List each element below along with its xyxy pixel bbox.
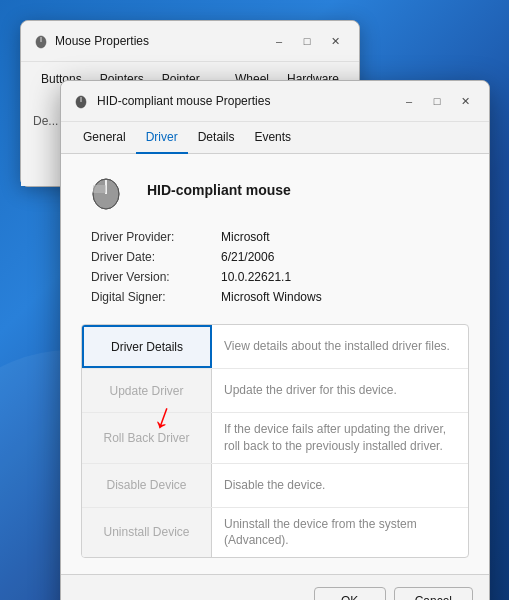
update-driver-desc: Update the driver for this device. — [212, 374, 468, 407]
rollback-driver-desc: If the device fails after updating the d… — [212, 413, 468, 463]
update-driver-button[interactable]: Update Driver — [82, 369, 212, 412]
mouse-properties-title: Mouse Properties — [55, 34, 149, 48]
hid-window-controls: – □ ✕ — [397, 89, 477, 113]
driver-date-row: Driver Date: 6/21/2006 — [91, 250, 469, 264]
window-controls: – □ ✕ — [267, 29, 347, 53]
hid-tabs: General Driver Details Events — [61, 122, 489, 154]
driver-info-table: Driver Provider: Microsoft Driver Date: … — [91, 230, 469, 304]
tab-details[interactable]: Details — [188, 122, 245, 154]
device-header: HID-compliant mouse — [81, 170, 469, 210]
disable-device-desc: Disable the device. — [212, 469, 468, 502]
hid-properties-window: HID-compliant mouse Properties – □ ✕ Gen… — [60, 80, 490, 600]
driver-date-label: Driver Date: — [91, 250, 221, 264]
disable-device-row: Disable Device Disable the device. — [82, 464, 468, 508]
disable-device-button[interactable]: Disable Device — [82, 464, 212, 507]
cancel-button[interactable]: Cancel — [394, 587, 473, 600]
hid-maximize-button[interactable]: □ — [425, 89, 449, 113]
rollback-driver-row: Roll Back Driver If the device fails aft… — [82, 413, 468, 464]
driver-version-row: Driver Version: 10.0.22621.1 — [91, 270, 469, 284]
close-button[interactable]: ✕ — [323, 29, 347, 53]
device-mouse-icon — [81, 170, 131, 210]
driver-details-desc: View details about the installed driver … — [212, 330, 468, 363]
hid-minimize-button[interactable]: – — [397, 89, 421, 113]
minimize-button[interactable]: – — [267, 29, 291, 53]
device-name: HID-compliant mouse — [147, 182, 291, 198]
update-driver-row: Update Driver Update the driver for this… — [82, 369, 468, 413]
driver-date-value: 6/21/2006 — [221, 250, 274, 264]
hid-titlebar-left: HID-compliant mouse Properties — [73, 93, 270, 109]
driver-details-row: Driver Details View details about the in… — [82, 325, 468, 369]
actions-section: Driver Details View details about the in… — [81, 324, 469, 558]
driver-provider-row: Driver Provider: Microsoft — [91, 230, 469, 244]
hid-footer: OK Cancel — [61, 574, 489, 600]
digital-signer-row: Digital Signer: Microsoft Windows — [91, 290, 469, 304]
hid-device-icon — [73, 93, 89, 109]
titlebar-left: Mouse Properties — [33, 33, 149, 49]
digital-signer-label: Digital Signer: — [91, 290, 221, 304]
svg-rect-7 — [93, 185, 106, 193]
hid-driver-content: HID-compliant mouse Driver Provider: Mic… — [61, 154, 489, 574]
maximize-button[interactable]: □ — [295, 29, 319, 53]
mouse-properties-icon — [33, 33, 49, 49]
tab-events[interactable]: Events — [244, 122, 301, 154]
tab-general[interactable]: General — [73, 122, 136, 154]
driver-details-button[interactable]: Driver Details — [82, 325, 212, 368]
driver-provider-value: Microsoft — [221, 230, 270, 244]
rollback-driver-button[interactable]: Roll Back Driver — [82, 413, 212, 463]
digital-signer-value: Microsoft Windows — [221, 290, 322, 304]
uninstall-device-button[interactable]: Uninstall Device — [82, 508, 212, 558]
mouse-properties-titlebar: Mouse Properties – □ ✕ — [21, 21, 359, 62]
hid-titlebar: HID-compliant mouse Properties – □ ✕ — [61, 81, 489, 122]
driver-provider-label: Driver Provider: — [91, 230, 221, 244]
hid-close-button[interactable]: ✕ — [453, 89, 477, 113]
tab-driver[interactable]: Driver — [136, 122, 188, 154]
uninstall-device-row: Uninstall Device Uninstall the device fr… — [82, 508, 468, 558]
device-icon-wrapper — [81, 170, 131, 210]
hid-title: HID-compliant mouse Properties — [97, 94, 270, 108]
ok-button[interactable]: OK — [314, 587, 386, 600]
uninstall-device-desc: Uninstall the device from the system (Ad… — [212, 508, 468, 558]
driver-version-label: Driver Version: — [91, 270, 221, 284]
driver-version-value: 10.0.22621.1 — [221, 270, 291, 284]
